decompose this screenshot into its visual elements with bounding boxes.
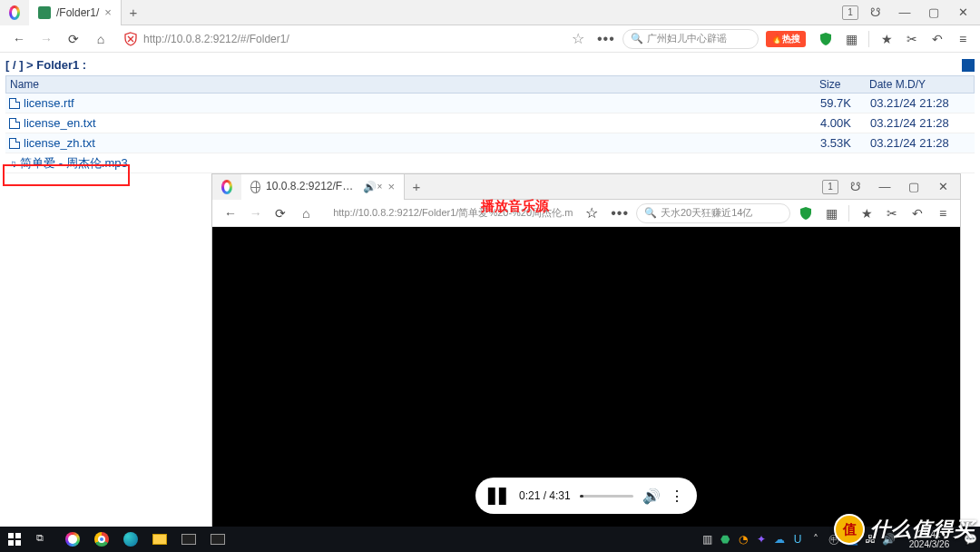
maximize-button[interactable]: ▢	[920, 2, 947, 24]
file-link[interactable]: license.rtf	[24, 96, 74, 110]
breadcrumb[interactable]: [ / ] > Folder1 :	[5, 58, 86, 72]
tab-title: /Folder1/	[56, 6, 99, 19]
favorites-icon[interactable]: ★	[858, 205, 875, 222]
forward-button[interactable]: →	[247, 203, 265, 223]
file-link[interactable]: license_zh.txt	[24, 136, 95, 150]
favorites-icon[interactable]: ★	[878, 31, 895, 47]
tray-icon[interactable]: ☁	[771, 531, 788, 547]
file-icon	[9, 118, 20, 129]
site-menu-icon[interactable]: •••	[611, 205, 629, 222]
file-link[interactable]: 简单爱 - 周杰伦.mp3	[20, 155, 127, 172]
apps-grid-icon[interactable]: ▦	[843, 31, 859, 47]
more-menu-icon[interactable]: ⋮	[670, 488, 684, 505]
minimize-button[interactable]: —	[891, 2, 918, 24]
start-button[interactable]	[0, 527, 29, 552]
screenshot-icon[interactable]: ✂	[884, 205, 900, 222]
volume-icon[interactable]: 🔊	[642, 488, 661, 505]
file-size: 4.00K	[820, 116, 870, 130]
col-name[interactable]: Name	[6, 78, 819, 91]
task-view-icon[interactable]: ⧉	[29, 527, 58, 552]
taskbar-app-edge[interactable]	[116, 527, 145, 552]
maximize-button[interactable]: ▢	[900, 176, 927, 198]
minimize-button[interactable]: —	[871, 176, 898, 198]
svg-rect-1	[15, 533, 21, 538]
home-button[interactable]: ⌂	[91, 29, 111, 49]
fullscreen-icon[interactable]	[962, 59, 975, 72]
tray-icon[interactable]: ✦	[753, 531, 769, 547]
taskbar-app-explorer[interactable]	[145, 527, 174, 552]
browser-logo	[212, 174, 241, 200]
svg-rect-3	[15, 540, 21, 546]
col-date[interactable]: Date M.D/Y	[869, 78, 974, 91]
taskbar-app-360[interactable]	[58, 527, 87, 552]
url-input[interactable]	[333, 208, 580, 219]
bookmark-star-icon[interactable]: ☆	[572, 30, 584, 47]
tray-icon[interactable]: U	[789, 531, 806, 547]
tab-favicon-icon	[38, 6, 51, 19]
back-button[interactable]: ←	[221, 203, 240, 223]
search-icon: 🔍	[644, 207, 657, 219]
reload-button[interactable]: ⟳	[272, 203, 290, 223]
file-date: 03.21/24 21:28	[870, 136, 975, 150]
tray-icon[interactable]: ◔	[735, 531, 751, 547]
file-link[interactable]: license_en.txt	[24, 116, 96, 130]
main-menu-icon[interactable]: ≡	[935, 205, 951, 222]
screenshot-icon[interactable]: ✂	[904, 31, 920, 47]
search-box[interactable]: 🔍 广州妇儿中心辟谣	[622, 29, 759, 49]
close-window-button[interactable]: ✕	[949, 2, 976, 24]
restore-icon[interactable]: ↶	[909, 205, 926, 222]
tab-count-badge[interactable]: 1	[842, 5, 858, 20]
col-size[interactable]: Size	[819, 78, 869, 91]
file-icon	[9, 138, 20, 149]
forward-button[interactable]: →	[36, 29, 56, 49]
close-tab-icon[interactable]: ×	[387, 180, 395, 193]
tab-folder1[interactable]: /Folder1/ ×	[29, 0, 122, 25]
taskbar-app-chrome[interactable]	[87, 527, 116, 552]
shield-icon[interactable]	[818, 31, 834, 47]
file-size: 59.7K	[820, 96, 870, 110]
tab-strip: /Folder1/ × + 1 ☋ — ▢ ✕	[0, 0, 980, 25]
tab-count-badge[interactable]: 1	[822, 180, 838, 194]
home-button[interactable]: ⌂	[297, 203, 315, 223]
tray-icon[interactable]: ⬣	[717, 531, 733, 547]
pause-button[interactable]: ▋▋	[488, 488, 510, 505]
hot-search-badge[interactable]: 🔥热搜	[766, 31, 806, 47]
tab-audio-icon[interactable]: 🔊×	[363, 181, 383, 193]
search-box[interactable]: 🔍 天水20天狂赚近14亿	[636, 203, 790, 223]
file-date: 03.21/24 21:28	[870, 116, 975, 130]
watermark-text: 什么值得买	[870, 516, 975, 543]
tray-icon[interactable]: ▥	[699, 531, 715, 547]
file-date: 03.21/24 21:28	[870, 96, 975, 110]
reload-button[interactable]: ⟳	[64, 29, 83, 49]
tray-chevron-up-icon[interactable]: ˄	[808, 531, 824, 547]
new-tab-button[interactable]: +	[405, 179, 428, 194]
taskbar-app-terminal[interactable]	[174, 527, 203, 552]
extension-icon[interactable]: ☋	[842, 176, 869, 198]
close-window-button[interactable]: ✕	[929, 176, 956, 198]
main-menu-icon[interactable]: ≡	[955, 31, 971, 47]
back-button[interactable]: ←	[9, 29, 29, 49]
bookmark-star-icon[interactable]: ☆	[585, 204, 598, 222]
file-size: 3.53K	[820, 136, 870, 150]
window-buttons: ☋ — ▢ ✕	[842, 176, 960, 198]
seek-slider[interactable]	[580, 495, 633, 498]
watermark: 值 什么值得买	[834, 514, 975, 545]
search-placeholder: 广州妇儿中心辟谣	[647, 32, 727, 45]
site-security-icon[interactable]	[123, 32, 138, 46]
address-bar[interactable]: ☆	[322, 203, 603, 223]
time-display: 0:21 / 4:31	[519, 489, 571, 502]
window-buttons: ☋ — ▢ ✕	[862, 2, 980, 24]
address-bar[interactable]: ☆	[118, 29, 590, 49]
close-tab-icon[interactable]: ×	[104, 5, 112, 19]
restore-icon[interactable]: ↶	[929, 31, 946, 47]
url-input[interactable]	[143, 33, 566, 45]
apps-grid-icon[interactable]: ▦	[823, 205, 839, 222]
taskbar-app-terminal2[interactable]	[203, 527, 232, 552]
shield-icon[interactable]	[798, 205, 814, 222]
tab-title: 10.0.8.2:9212/Folder1/简	[266, 179, 357, 194]
browser-logo	[0, 0, 29, 25]
site-menu-icon[interactable]: •••	[597, 31, 615, 47]
tab-player[interactable]: 10.0.8.2:9212/Folder1/简 🔊× ×	[241, 174, 405, 200]
new-tab-button[interactable]: +	[122, 5, 145, 20]
extension-icon[interactable]: ☋	[862, 2, 889, 24]
